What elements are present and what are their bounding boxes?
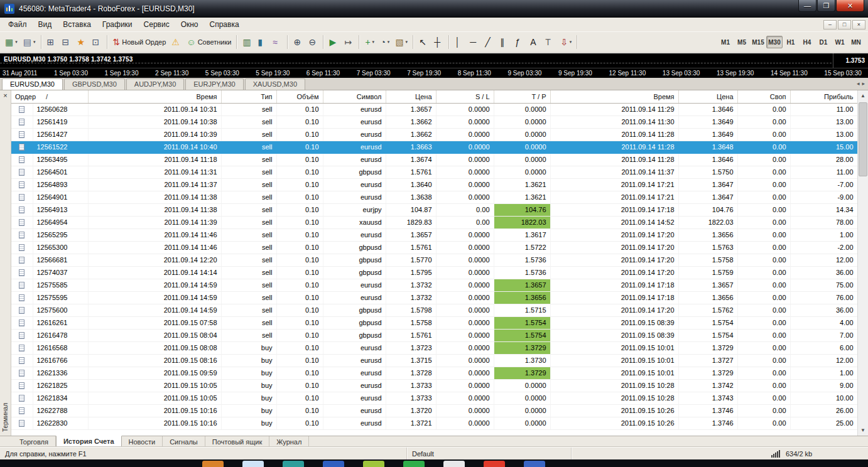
metaeditor-button[interactable]: ⚠	[169, 35, 183, 50]
cursor-button[interactable]: ↖	[416, 35, 431, 50]
column-header-1[interactable]: Время	[88, 90, 221, 103]
timeframe-w1[interactable]: W1	[832, 36, 848, 48]
trendline-button[interactable]: ╱	[482, 35, 497, 50]
fibonacci-button[interactable]: ƒ	[513, 35, 527, 50]
table-row[interactable]: 125634952011.09.14 11:18sell0.10eurusd1.…	[11, 153, 857, 166]
new-chart-button[interactable]: ▦▾	[3, 35, 20, 50]
chart-area[interactable]: EURUSD,M30 1.3750 1.3758 1.3742 1.3753 1…	[0, 53, 868, 78]
child-minimize-button[interactable]: –	[823, 20, 837, 30]
status-profile-section[interactable]: Default	[407, 448, 572, 459]
chart-tab-gbpusd-m30[interactable]: GBPUSD,M30	[64, 78, 125, 90]
taskbar-icon[interactable]	[363, 461, 384, 467]
text-button[interactable]: A	[528, 35, 542, 50]
column-header-9[interactable]: Цена	[678, 90, 737, 103]
table-row[interactable]: 126213362011.09.15 09:59buy0.10eurusd1.3…	[11, 367, 857, 379]
timeframe-h4[interactable]: H4	[799, 36, 815, 48]
timeframe-m1[interactable]: M1	[717, 36, 734, 48]
templates-button[interactable]: ▧▾	[393, 35, 410, 50]
table-row[interactable]: 125614272011.09.14 10:39sell0.10eurusd1.…	[11, 128, 857, 141]
table-row[interactable]: 126165682011.09.15 08:08buy0.10eurusd1.3…	[11, 341, 857, 354]
column-header-4[interactable]: Символ	[323, 90, 386, 103]
zoom-out-button[interactable]: ⊖	[306, 35, 320, 50]
column-header-0[interactable]: Ордер/	[11, 90, 88, 103]
table-row[interactable]: 125666812011.09.14 12:20sell0.10gbpusd1.…	[11, 254, 857, 266]
chart-shift-button[interactable]: ↦	[342, 35, 356, 50]
profiles-button[interactable]: ▤▾	[21, 35, 38, 50]
channel-button[interactable]: ∥	[497, 35, 512, 50]
table-row[interactable]: 125740372011.09.14 14:14sell0.10gbpusd1.…	[11, 266, 857, 279]
table-row[interactable]: 126162612011.09.15 07:58sell0.10gbpusd1.…	[11, 316, 857, 329]
timeframe-m15[interactable]: M15	[750, 36, 766, 48]
timeframe-d1[interactable]: D1	[815, 36, 832, 48]
table-row[interactable]: 125652952011.09.14 11:46sell0.10eurusd1.…	[11, 228, 857, 241]
column-header-10[interactable]: Своп	[737, 90, 790, 103]
chart-tab-audjpy-m30[interactable]: AUDJPY,M30	[126, 78, 184, 90]
column-header-7[interactable]: T / P	[494, 90, 550, 103]
timeframe-h1[interactable]: H1	[783, 36, 799, 48]
column-header-2[interactable]: Тип	[221, 90, 276, 103]
taskbar-icon[interactable]	[443, 461, 465, 467]
timeframe-mn[interactable]: MN	[848, 36, 864, 48]
vertical-line-button[interactable]: │	[452, 35, 467, 50]
terminal-close-button[interactable]: ×	[3, 92, 7, 99]
crosshair-button[interactable]: ┼	[431, 35, 446, 50]
horizontal-line-button[interactable]: ─	[467, 35, 482, 50]
table-row[interactable]: 125755952011.09.14 14:59sell0.10eurusd1.…	[11, 291, 857, 304]
table-row[interactable]: 125649542011.09.14 11:39sell0.10xauusd18…	[11, 216, 857, 228]
zoom-in-button[interactable]: ⊕	[291, 35, 305, 50]
table-row[interactable]: 126218342011.09.15 10:05buy0.10eurusd1.3…	[11, 392, 857, 404]
table-row[interactable]: 126218252011.09.15 10:05buy0.10eurusd1.3…	[11, 379, 857, 392]
chart-tab-eurusd-m30[interactable]: EURUSD,M30	[2, 78, 63, 90]
table-row[interactable]: 126227882011.09.15 10:16buy0.10eurusd1.3…	[11, 404, 857, 417]
terminal-tab-новости[interactable]: Новости	[122, 436, 163, 447]
taskbar-icon[interactable]	[283, 461, 304, 467]
minimize-button[interactable]: —	[798, 0, 816, 12]
taskbar-icon[interactable]	[202, 461, 224, 467]
column-header-11[interactable]: Прибыль	[790, 90, 857, 103]
scrollbar-thumb[interactable]	[859, 102, 867, 176]
menu-item-0[interactable]: Файл	[3, 18, 33, 31]
terminal-tab-почтовый-ящик[interactable]: Почтовый ящик	[205, 436, 269, 447]
table-row[interactable]: 125756002011.09.14 14:59sell0.10gbpusd1.…	[11, 304, 857, 316]
arrows-button[interactable]: ⇩▾	[558, 35, 574, 50]
new-order-button[interactable]: ⇅Новый Ордер	[111, 35, 169, 50]
chart-tabs-scroll-right-icon[interactable]: ▸	[862, 80, 865, 87]
scroll-down-icon[interactable]: ▼	[858, 425, 868, 436]
menu-item-5[interactable]: Окно	[175, 18, 204, 31]
scroll-up-icon[interactable]: ▲	[858, 90, 868, 101]
menu-item-1[interactable]: Вид	[33, 18, 58, 31]
column-header-5[interactable]: Цена	[386, 90, 436, 103]
navigator-button[interactable]: ★	[75, 35, 89, 50]
table-row[interactable]: 125614192011.09.14 10:38sell0.10eurusd1.…	[11, 115, 857, 128]
line-chart-button[interactable]: ≈	[270, 35, 285, 50]
taskbar-icon[interactable]	[524, 461, 545, 467]
terminal-button[interactable]: ⊡	[90, 35, 104, 50]
indicators-button[interactable]: +▾	[362, 35, 377, 50]
table-row[interactable]: 125645012011.09.14 11:31sell0.10gbpusd1.…	[11, 166, 857, 178]
child-close-button[interactable]: ×	[852, 20, 865, 30]
column-header-6[interactable]: S / L	[436, 90, 494, 103]
table-row[interactable]: 126167662011.09.15 08:16buy0.10eurusd1.3…	[11, 354, 857, 367]
table-row[interactable]: 126164782011.09.15 08:04sell0.10gbpusd1.…	[11, 329, 857, 341]
terminal-tab-журнал[interactable]: Журнал	[269, 436, 309, 447]
timeframe-m30[interactable]: M30	[766, 36, 783, 48]
chart-tabs-scroll-left-icon[interactable]: ◂	[857, 80, 860, 87]
menu-item-6[interactable]: Справка	[204, 18, 245, 31]
chart-tab-eurjpy-m30[interactable]: EURJPY,M30	[185, 78, 243, 90]
column-header-8[interactable]: Время	[550, 90, 678, 103]
taskbar-icon[interactable]	[323, 461, 344, 467]
terminal-tab-сигналы[interactable]: Сигналы	[163, 436, 205, 447]
table-row[interactable]: 125755852011.09.14 14:59sell0.10eurusd1.…	[11, 279, 857, 291]
menu-item-2[interactable]: Вставка	[57, 18, 97, 31]
table-row[interactable]: 126228302011.09.15 10:16buy0.10eurusd1.3…	[11, 417, 857, 429]
candlestick-button[interactable]: ▮	[255, 35, 269, 50]
chart-tab-xauusd-m30[interactable]: XAUUSD,M30	[245, 78, 305, 90]
table-row[interactable]: 125653002011.09.14 11:46sell0.10gbpusd1.…	[11, 241, 857, 254]
child-restore-button[interactable]: □	[838, 20, 851, 30]
maximize-button[interactable]: ❐	[817, 0, 835, 12]
bar-chart-button[interactable]: ▥	[240, 35, 254, 50]
experts-button[interactable]: ☺Советники	[184, 35, 234, 50]
market-watch-button[interactable]: ⊞	[45, 35, 59, 50]
vertical-scrollbar[interactable]: ▲ ▼	[857, 90, 868, 436]
terminal-tab-история-счета[interactable]: История Счета	[56, 436, 122, 447]
